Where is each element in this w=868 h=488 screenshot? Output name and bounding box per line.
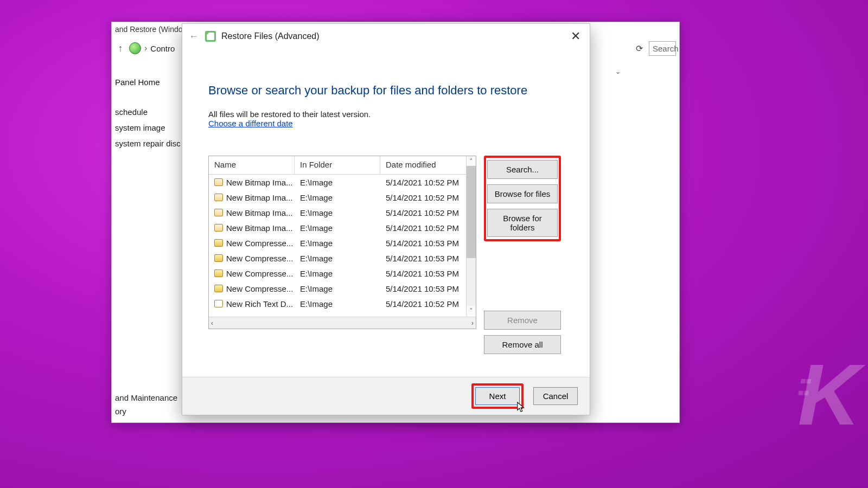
choose-date-link[interactable]: Choose a different date	[208, 119, 293, 128]
file-icon	[214, 239, 223, 247]
dialog-heading: Browse or search your backup for files a…	[208, 84, 564, 98]
scroll-right-icon[interactable]: ›	[471, 319, 474, 327]
table-row[interactable]: New Bitmap Ima...E:\Image5/14/2021 10:52…	[209, 205, 476, 220]
dialog-title: Restore Files (Advanced)	[221, 31, 320, 41]
table-row[interactable]: New Bitmap Ima...E:\Image5/14/2021 10:52…	[209, 190, 476, 205]
file-date: 5/14/2021 10:53 PM	[380, 284, 476, 293]
col-header-date[interactable]: Date modified	[380, 156, 476, 174]
restore-files-dialog: ← Restore Files (Advanced) ✕ Browse or s…	[182, 23, 590, 415]
file-folder: E:\Image	[295, 269, 380, 278]
next-button[interactable]: Next	[475, 387, 520, 405]
dialog-subtext: All files will be restored to their late…	[208, 110, 564, 119]
close-icon[interactable]: ✕	[567, 29, 584, 43]
file-name: New Compresse...	[226, 284, 293, 293]
table-row[interactable]: New Compresse...E:\Image5/14/2021 10:53 …	[209, 235, 476, 251]
col-header-folder[interactable]: In Folder	[295, 156, 380, 174]
file-name: New Compresse...	[226, 254, 293, 263]
file-icon	[214, 254, 223, 262]
file-name: New Bitmap Ima...	[226, 178, 293, 187]
scroll-thumb[interactable]	[467, 166, 476, 258]
file-date: 5/14/2021 10:52 PM	[380, 299, 476, 309]
sidebar-item-home[interactable]: Panel Home	[112, 74, 182, 90]
side-button-column: Search... Browse for files Browse for fo…	[484, 156, 561, 354]
file-date: 5/14/2021 10:52 PM	[380, 178, 476, 187]
table-row[interactable]: New Compresse...E:\Image5/14/2021 10:53 …	[209, 266, 476, 281]
file-icon	[214, 178, 223, 186]
control-panel-sidebar: Panel Home schedule system image system …	[112, 74, 182, 151]
table-row[interactable]: New Bitmap Ima...E:\Image5/14/2021 10:52…	[209, 175, 476, 190]
table-row[interactable]: New Bitmap Ima...E:\Image5/14/2021 10:52…	[209, 220, 476, 235]
search-button[interactable]: Search...	[487, 160, 558, 179]
search-input[interactable]: Search	[649, 41, 676, 56]
file-icon	[214, 224, 223, 232]
file-name: New Bitmap Ima...	[226, 193, 293, 202]
file-date: 5/14/2021 10:53 PM	[380, 239, 476, 248]
control-panel-icon	[129, 42, 141, 54]
dialog-titlebar: ← Restore Files (Advanced) ✕	[182, 24, 590, 49]
file-date: 5/14/2021 10:52 PM	[380, 223, 476, 233]
browse-folders-button[interactable]: Browse for folders	[487, 209, 558, 237]
sidebar-item-history[interactable]: ory	[112, 404, 181, 418]
restore-icon	[205, 31, 216, 42]
file-icon	[214, 194, 223, 201]
scroll-up-icon[interactable]: ˄	[467, 156, 476, 166]
sidebar-item-maintenance[interactable]: and Maintenance	[112, 391, 181, 404]
remove-all-button[interactable]: Remove all	[484, 335, 561, 354]
file-folder: E:\Image	[295, 299, 380, 309]
file-date: 5/14/2021 10:53 PM	[380, 254, 476, 263]
cancel-button[interactable]: Cancel	[533, 387, 578, 405]
refresh-icon[interactable]: ⟳	[634, 43, 644, 54]
file-folder: E:\Image	[295, 284, 380, 293]
table-row[interactable]: New Compresse...E:\Image5/14/2021 10:53 …	[209, 281, 476, 296]
browse-files-button[interactable]: Browse for files	[487, 184, 558, 203]
file-name: New Rich Text D...	[226, 299, 293, 309]
file-list-table: Name In Folder Date modified New Bitmap …	[208, 156, 476, 329]
file-folder: E:\Image	[295, 254, 380, 263]
file-folder: E:\Image	[295, 223, 380, 233]
file-name: New Compresse...	[226, 269, 293, 278]
sidebar-item-schedule[interactable]: schedule	[112, 104, 182, 120]
col-header-name[interactable]: Name	[209, 156, 295, 174]
file-folder: E:\Image	[295, 239, 380, 248]
file-date: 5/14/2021 10:52 PM	[380, 193, 476, 202]
file-folder: E:\Image	[295, 208, 380, 217]
file-icon	[214, 209, 223, 216]
table-row[interactable]: New Rich Text D...E:\Image5/14/2021 10:5…	[209, 296, 476, 311]
next-button-highlight: Next	[471, 383, 524, 409]
file-date: 5/14/2021 10:52 PM	[380, 208, 476, 217]
horizontal-scrollbar[interactable]: ‹ ›	[209, 317, 476, 329]
sidebar-item-system-image[interactable]: system image	[112, 120, 182, 136]
file-folder: E:\Image	[295, 178, 380, 187]
back-arrow-icon[interactable]: ←	[188, 31, 200, 42]
file-icon	[214, 300, 223, 307]
watermark: ::K	[796, 345, 855, 445]
sidebar-item-repair-disc[interactable]: system repair disc	[112, 136, 182, 151]
remove-button[interactable]: Remove	[484, 311, 561, 330]
scroll-left-icon[interactable]: ‹	[211, 319, 213, 327]
sidebar-lower: and Maintenance ory	[112, 391, 181, 418]
dialog-footer: Next Cancel	[182, 377, 590, 415]
file-name: New Compresse...	[226, 239, 293, 248]
chevron-down-icon[interactable]: ⌄	[615, 68, 621, 75]
scroll-down-icon[interactable]: ˅	[467, 306, 476, 316]
file-date: 5/14/2021 10:53 PM	[380, 269, 476, 278]
file-icon	[214, 285, 223, 292]
vertical-scrollbar[interactable]: ˄ ˅	[466, 156, 476, 316]
file-name: New Bitmap Ima...	[226, 208, 293, 217]
table-row[interactable]: New Compresse...E:\Image5/14/2021 10:53 …	[209, 251, 476, 266]
up-arrow-icon[interactable]: ↑	[115, 43, 126, 54]
highlighted-button-group: Search... Browse for files Browse for fo…	[484, 156, 561, 241]
file-folder: E:\Image	[295, 193, 380, 202]
table-header: Name In Folder Date modified	[209, 156, 476, 175]
file-name: New Bitmap Ima...	[226, 223, 293, 233]
file-icon	[214, 269, 223, 277]
